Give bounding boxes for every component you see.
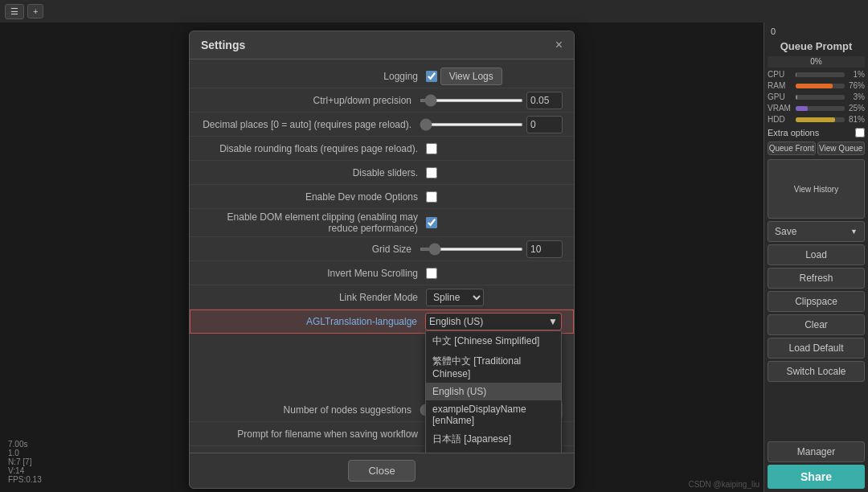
grid-label: Grid Size bbox=[201, 244, 420, 255]
grid-control bbox=[420, 240, 563, 258]
hdd-value: 81% bbox=[847, 115, 865, 124]
menu-button[interactable]: ☰ ☰ bbox=[5, 4, 24, 19]
vram-bar-bg bbox=[796, 106, 845, 111]
settings-row-precision: Ctrl+up/down precision bbox=[190, 88, 574, 113]
ram-row: RAM 76% bbox=[768, 81, 865, 90]
refresh-button[interactable]: Refresh bbox=[768, 268, 865, 289]
gpu-row: GPU 3% bbox=[768, 92, 865, 101]
save-button[interactable]: Save ▼ bbox=[768, 221, 865, 242]
decimal-control bbox=[420, 116, 563, 133]
settings-row-decimal: Decimal places [0 = auto] (requires page… bbox=[190, 113, 574, 137]
queue-front-button[interactable]: Queue Front bbox=[768, 141, 816, 155]
logging-control: View Logs bbox=[426, 68, 563, 85]
gpu-bar-fill bbox=[796, 95, 797, 100]
modal-close-button[interactable]: × bbox=[555, 38, 563, 52]
agl-select-button[interactable]: English (US) ▼ bbox=[425, 313, 562, 330]
chevron-down-icon: ▼ bbox=[548, 316, 558, 327]
dom-clipping-control bbox=[426, 217, 563, 228]
settings-row-devmode: Enable Dev mode Options bbox=[190, 185, 574, 209]
clipspace-button[interactable]: Clipspace bbox=[768, 291, 865, 312]
load-button[interactable]: Load bbox=[768, 244, 865, 265]
ram-bar-bg bbox=[796, 84, 845, 88]
devmode-label: Enable Dev mode Options bbox=[201, 191, 426, 203]
vram-label: VRAM bbox=[768, 104, 793, 113]
rounding-label: Disable rounding floats (requires page r… bbox=[201, 143, 426, 154]
vram-row: VRAM 25% bbox=[768, 104, 865, 113]
view-history-button[interactable]: View History bbox=[768, 159, 865, 219]
extra-options-checkbox[interactable] bbox=[855, 128, 865, 137]
modal-body[interactable]: Logging View Logs Ctrl+up/down precision bbox=[190, 59, 574, 453]
view-logs-button[interactable]: View Logs bbox=[440, 68, 502, 85]
sliders-checkbox[interactable] bbox=[426, 167, 437, 178]
queue-size-value: 0 bbox=[768, 27, 865, 36]
decimal-label: Decimal places [0 = auto] (requires page… bbox=[201, 119, 420, 130]
share-button[interactable]: Share bbox=[768, 465, 865, 489]
dom-clipping-checkbox[interactable] bbox=[426, 217, 437, 228]
agl-dropdown[interactable]: 中文 [Chinese Simplified] 繁體中文 [Traditiona… bbox=[425, 330, 562, 453]
ram-value: 76% bbox=[847, 81, 865, 90]
hdd-bar-fill bbox=[796, 117, 835, 122]
switch-locale-button[interactable]: Switch Locale bbox=[768, 361, 865, 382]
decimal-slider-wrap bbox=[420, 116, 563, 133]
decimal-value[interactable] bbox=[526, 116, 563, 133]
hdd-label: HDD bbox=[768, 115, 793, 124]
grid-slider[interactable] bbox=[420, 248, 523, 251]
agl-option-zh-traditional[interactable]: 繁體中文 [Traditional Chinese] bbox=[426, 351, 561, 383]
gpu-label: GPU bbox=[768, 92, 793, 101]
agl-option-ko[interactable]: 한국어 (韓國) [Korean Korea] bbox=[426, 449, 561, 453]
hdd-bar-bg bbox=[796, 117, 845, 122]
clear-button[interactable]: Clear bbox=[768, 314, 865, 335]
agl-option-ja[interactable]: 日本語 [Japanese] bbox=[426, 429, 561, 449]
link-render-select[interactable]: Spline Linear Straight bbox=[426, 289, 484, 306]
rounding-checkbox[interactable] bbox=[426, 143, 437, 154]
invert-scroll-control bbox=[426, 268, 563, 279]
modal-footer: Close bbox=[190, 453, 574, 488]
cpu-row: CPU 1% bbox=[768, 70, 865, 79]
decimal-slider[interactable] bbox=[420, 123, 523, 126]
load-default-button[interactable]: Load Default bbox=[768, 338, 865, 359]
link-render-control: Spline Linear Straight bbox=[426, 289, 563, 306]
precision-slider-wrap bbox=[420, 92, 563, 109]
ram-bar-fill bbox=[796, 84, 833, 88]
logging-checkbox[interactable] bbox=[426, 71, 437, 82]
dom-clipping-label: Enable DOM element clipping (enabling ma… bbox=[201, 211, 426, 234]
cpu-bar-fill bbox=[796, 72, 796, 77]
settings-row-grid: Grid Size bbox=[190, 237, 574, 261]
precision-value[interactable] bbox=[526, 92, 563, 109]
agl-option-zh-simplified[interactable]: 中文 [Chinese Simplified] bbox=[426, 331, 561, 351]
agl-control: English (US) ▼ 中文 [Chinese Simplified] 繁… bbox=[425, 313, 562, 330]
settings-row-dom-clipping: Enable DOM element clipping (enabling ma… bbox=[190, 209, 574, 237]
agl-option-example[interactable]: exampleDisplayName [enName] bbox=[426, 400, 561, 429]
hdd-row: HDD 81% bbox=[768, 115, 865, 124]
settings-row-rounding: Disable rounding floats (requires page r… bbox=[190, 137, 574, 161]
link-render-label: Link Render Mode bbox=[201, 292, 426, 303]
modal-title: Settings bbox=[201, 39, 245, 51]
settings-row-link-render: Link Render Mode Spline Linear Straight bbox=[190, 285, 574, 310]
manager-button[interactable]: Manager bbox=[768, 441, 865, 462]
rounding-control bbox=[426, 143, 563, 154]
modal-overlay: Settings × Logging View Logs Ctrl+up/dow… bbox=[0, 23, 764, 492]
agl-selected-value: English (US) bbox=[429, 316, 483, 327]
agl-option-en-us[interactable]: English (US) bbox=[426, 383, 561, 400]
agl-label: AGLTranslation-langualge bbox=[202, 316, 425, 327]
settings-row-invert-scroll: Invert Menu Scrolling bbox=[190, 261, 574, 285]
precision-label: Ctrl+up/down precision bbox=[201, 95, 420, 106]
add-tab-button[interactable]: + bbox=[27, 4, 43, 18]
invert-scroll-label: Invert Menu Scrolling bbox=[201, 268, 426, 279]
vram-bar-fill bbox=[796, 106, 808, 111]
logging-label: Logging bbox=[201, 71, 426, 82]
extra-options-row: Extra options bbox=[768, 128, 865, 137]
precision-slider[interactable] bbox=[420, 99, 523, 102]
right-panel: Queue size: ⚙ Models 0 Queue Prompt 0% C… bbox=[764, 0, 868, 492]
settings-row-sliders: Disable sliders. bbox=[190, 161, 574, 185]
queue-prompt-label: Queue Prompt bbox=[768, 40, 865, 52]
devmode-checkbox[interactable] bbox=[426, 191, 437, 203]
grid-value[interactable] bbox=[526, 240, 563, 258]
precision-control bbox=[420, 92, 563, 109]
view-queue-button[interactable]: View Queue bbox=[817, 141, 866, 155]
cpu-label: CPU bbox=[768, 70, 793, 79]
close-button[interactable]: Close bbox=[348, 460, 415, 482]
invert-scroll-checkbox[interactable] bbox=[426, 268, 437, 279]
plus-icon: + bbox=[33, 6, 38, 16]
extra-options-label: Extra options bbox=[768, 128, 819, 137]
